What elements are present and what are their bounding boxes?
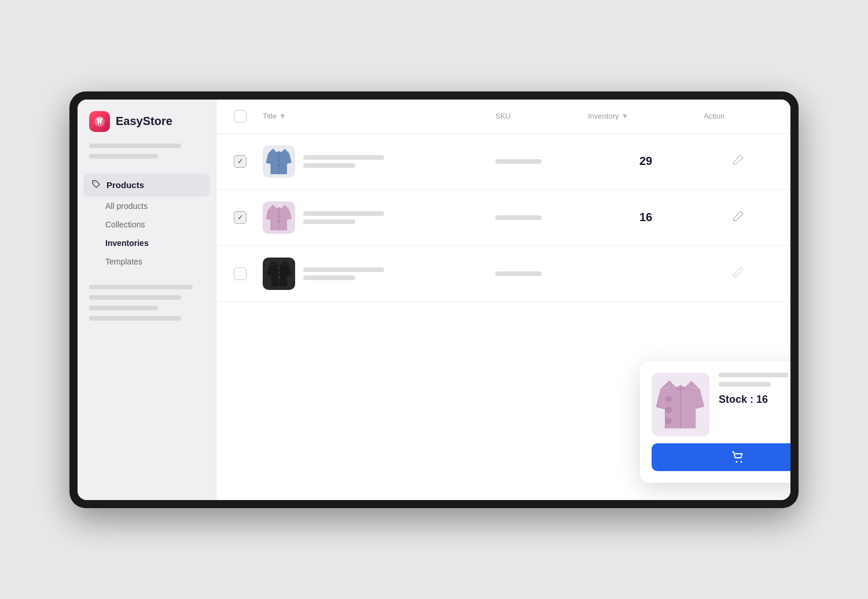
inventory-value-2: 16 [588, 211, 704, 224]
sidebar-bottom-skeleton [78, 275, 216, 336]
svg-rect-3 [278, 159, 280, 161]
row-checkbox-2[interactable]: ✓ [234, 211, 263, 224]
svg-rect-10 [278, 276, 280, 278]
sku-placeholder [495, 159, 542, 164]
skeleton-line [89, 154, 158, 159]
header-action: Action [704, 112, 773, 120]
select-all-checkbox[interactable] [234, 110, 247, 123]
inventory-value-1: 29 [588, 155, 704, 168]
skeleton-line [89, 295, 181, 300]
cart-icon [731, 450, 745, 464]
title-sort-icon: ▼ [279, 112, 286, 120]
sidebar: EasyStore Products [78, 100, 216, 500]
device-frame: EasyStore Products [69, 91, 799, 508]
skeleton-line [89, 316, 181, 321]
edit-button-3[interactable] [704, 266, 773, 281]
inventories-label: Inventories [105, 238, 149, 248]
table-row: ✓ [216, 134, 790, 190]
sku-placeholder-3 [495, 271, 542, 276]
svg-rect-7 [278, 220, 280, 222]
sidebar-item-products[interactable]: Products [83, 174, 210, 197]
row-checkbox-1[interactable]: ✓ [234, 155, 263, 168]
table-header: Title ▼ SKU Inventory ▼ Action [216, 100, 790, 134]
table-row: ✓ [216, 190, 790, 246]
header-checkbox[interactable] [234, 110, 263, 123]
popup-stock-label: Stock : 16 [719, 394, 790, 406]
logo-icon [89, 111, 110, 132]
svg-rect-2 [278, 155, 280, 157]
sidebar-item-collections[interactable]: Collections [83, 215, 210, 234]
skeleton-line [89, 144, 181, 148]
svg-rect-9 [278, 271, 280, 274]
skeleton-line [89, 306, 158, 310]
inventory-popup-card: Stock : 16 [640, 361, 790, 483]
checkbox-checked-2[interactable]: ✓ [234, 211, 247, 224]
edit-button-1[interactable] [704, 153, 773, 169]
logo-area: EasyStore [78, 111, 216, 144]
svg-rect-4 [278, 164, 280, 166]
header-inventory: Inventory ▼ [588, 112, 704, 120]
main-content: Title ▼ SKU Inventory ▼ Action ✓ [216, 100, 790, 500]
svg-rect-6 [278, 215, 280, 218]
sidebar-item-all-products[interactable]: All products [83, 197, 210, 215]
collections-label: Collections [105, 220, 145, 229]
product-cell-1 [263, 145, 495, 178]
header-title: Title ▼ [263, 112, 495, 120]
popup-product-name-placeholder [719, 373, 788, 377]
svg-rect-5 [278, 211, 280, 213]
header-sku: SKU [495, 112, 588, 120]
svg-rect-8 [278, 267, 280, 269]
popup-content: Stock : 16 [652, 373, 790, 436]
svg-point-1 [94, 182, 95, 183]
sku-placeholder-2 [495, 215, 542, 220]
product-text-1 [303, 155, 384, 168]
svg-rect-13 [665, 417, 672, 424]
checkmark-icon: ✓ [237, 157, 244, 166]
checkmark-icon-2: ✓ [237, 213, 244, 222]
brand-name: EasyStore [116, 115, 172, 128]
sku-cell-2 [495, 215, 588, 220]
popup-product-detail-placeholder [719, 382, 771, 387]
skeleton-line [89, 285, 193, 289]
inventory-sort-icon: ▼ [621, 112, 628, 120]
product-text-3 [303, 267, 384, 280]
sidebar-top-skeleton [78, 144, 216, 164]
popup-info: Stock : 16 [719, 373, 790, 406]
device-screen: EasyStore Products [78, 100, 790, 500]
product-subtitle-placeholder [303, 163, 355, 168]
sidebar-item-templates[interactable]: Templates [83, 252, 210, 271]
sku-cell-3 [495, 271, 588, 276]
product-title-placeholder-3 [303, 267, 384, 272]
tag-icon [91, 179, 101, 191]
svg-rect-12 [665, 406, 672, 413]
product-image-3 [263, 258, 295, 290]
product-title-placeholder-2 [303, 211, 384, 216]
product-image-2 [263, 201, 295, 234]
sku-cell-1 [495, 159, 588, 164]
all-products-label: All products [105, 201, 148, 211]
edit-button-2[interactable] [704, 210, 773, 225]
product-cell-2 [263, 201, 495, 234]
checkbox-checked[interactable]: ✓ [234, 155, 247, 168]
product-cell-3 [263, 258, 495, 290]
product-subtitle-placeholder-3 [303, 275, 355, 280]
row-checkbox-3[interactable] [234, 267, 263, 280]
svg-point-14 [736, 461, 738, 462]
popup-cart-button[interactable] [652, 443, 790, 471]
popup-product-image [652, 373, 709, 436]
product-text-2 [303, 211, 384, 224]
checkbox-unchecked[interactable] [234, 267, 247, 280]
templates-label: Templates [105, 257, 142, 266]
nav-section: Products All products Collections Invent… [78, 174, 216, 271]
products-label: Products [106, 180, 144, 190]
sidebar-item-inventories[interactable]: Inventories [83, 234, 210, 252]
table-row [216, 246, 790, 302]
product-title-placeholder [303, 155, 384, 160]
product-image-1 [263, 145, 295, 178]
svg-point-15 [741, 461, 742, 462]
product-subtitle-placeholder-2 [303, 219, 355, 224]
svg-rect-11 [665, 396, 672, 402]
